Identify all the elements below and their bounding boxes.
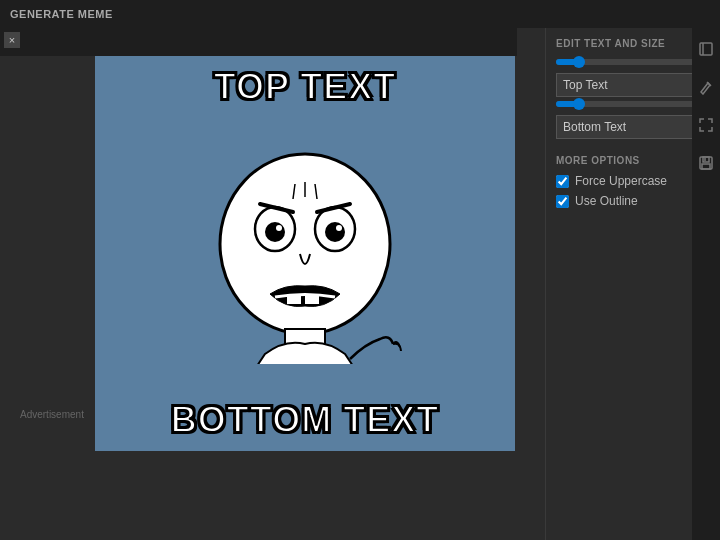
resize-icon[interactable] — [697, 40, 715, 58]
close-button[interactable]: × — [4, 32, 20, 48]
app-title: GENERATE MEME — [10, 8, 113, 20]
svg-point-2 — [265, 222, 285, 242]
svg-rect-20 — [702, 164, 710, 169]
svg-rect-9 — [287, 294, 301, 304]
bottom-text-input[interactable] — [556, 115, 710, 139]
top-text-slider-track[interactable] — [556, 59, 710, 65]
use-outline-row: Use Outline — [556, 194, 710, 208]
svg-point-0 — [220, 154, 390, 334]
svg-rect-19 — [703, 157, 709, 162]
svg-point-5 — [325, 222, 345, 242]
canvas-area: × TOP TEXT — [0, 28, 545, 540]
bottom-text-slider-row — [556, 101, 710, 107]
expand-icon[interactable] — [697, 116, 715, 134]
svg-point-3 — [276, 225, 282, 231]
use-outline-checkbox[interactable] — [556, 195, 569, 208]
save-icon[interactable] — [697, 154, 715, 172]
svg-rect-10 — [305, 294, 319, 304]
force-uppercase-row: Force Uppercase — [556, 174, 710, 188]
top-text-slider-thumb[interactable] — [573, 56, 585, 68]
main-layout: × TOP TEXT — [0, 28, 720, 540]
force-uppercase-label: Force Uppercase — [575, 174, 667, 188]
app-header: GENERATE MEME — [0, 0, 720, 28]
top-text-input[interactable] — [556, 73, 710, 97]
svg-point-6 — [336, 225, 342, 231]
side-icons-bar — [692, 0, 720, 540]
top-text-slider-row — [556, 59, 710, 65]
edit-section-title: EDIT TEXT AND SIZE — [556, 38, 710, 49]
advertisement-label: Advertisement — [20, 409, 84, 420]
force-uppercase-checkbox[interactable] — [556, 175, 569, 188]
meme-canvas: TOP TEXT — [95, 56, 515, 451]
use-outline-label: Use Outline — [575, 194, 638, 208]
edit-icon[interactable] — [697, 78, 715, 96]
more-options-title: MORE OPTIONS — [556, 155, 710, 166]
bottom-text-slider-thumb[interactable] — [573, 98, 585, 110]
bottom-text-slider-track[interactable] — [556, 101, 710, 107]
meme-image — [205, 144, 405, 364]
canvas-top-bar — [0, 28, 517, 56]
meme-top-text: TOP TEXT — [214, 66, 397, 108]
svg-rect-15 — [700, 43, 712, 55]
meme-bottom-text: BOTTOM TEXT — [171, 399, 439, 441]
